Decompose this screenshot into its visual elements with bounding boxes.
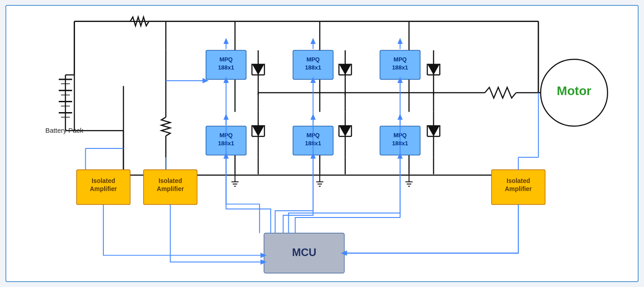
transistor-top2 (339, 50, 352, 95)
transistor-top3 (427, 50, 440, 95)
transistor-bot2 (339, 112, 352, 157)
svg-text:Amplifier: Amplifier (90, 185, 117, 192)
battery (59, 22, 127, 187)
mcu-label: MCU (292, 246, 316, 258)
svg-text:MPQ: MPQ (220, 56, 233, 63)
svg-marker-79 (252, 125, 265, 136)
svg-marker-74 (427, 64, 440, 75)
svg-text:Amplifier: Amplifier (505, 185, 532, 192)
motor-label: Motor (557, 84, 591, 98)
svg-text:Amplifier: Amplifier (157, 185, 184, 192)
svg-marker-89 (427, 125, 440, 136)
svg-text:188x1: 188x1 (218, 64, 234, 71)
transistor-bot1 (252, 112, 265, 157)
svg-text:Isolated: Isolated (92, 177, 115, 184)
transistor-bot3 (427, 112, 440, 157)
svg-text:188x1: 188x1 (392, 64, 408, 71)
svg-text:MPQ: MPQ (393, 56, 406, 63)
svg-text:MPQ: MPQ (306, 56, 319, 63)
svg-text:Isolated: Isolated (507, 177, 530, 184)
svg-marker-69 (339, 64, 352, 75)
transistor-top1 (252, 50, 265, 95)
svg-text:Isolated: Isolated (159, 177, 182, 184)
diagram-container: Motor Battery Pack (5, 5, 639, 282)
battery-label: Battery Pack (45, 127, 84, 134)
svg-marker-64 (252, 64, 265, 75)
svg-marker-84 (339, 125, 352, 136)
svg-text:188x1: 188x1 (305, 64, 321, 71)
